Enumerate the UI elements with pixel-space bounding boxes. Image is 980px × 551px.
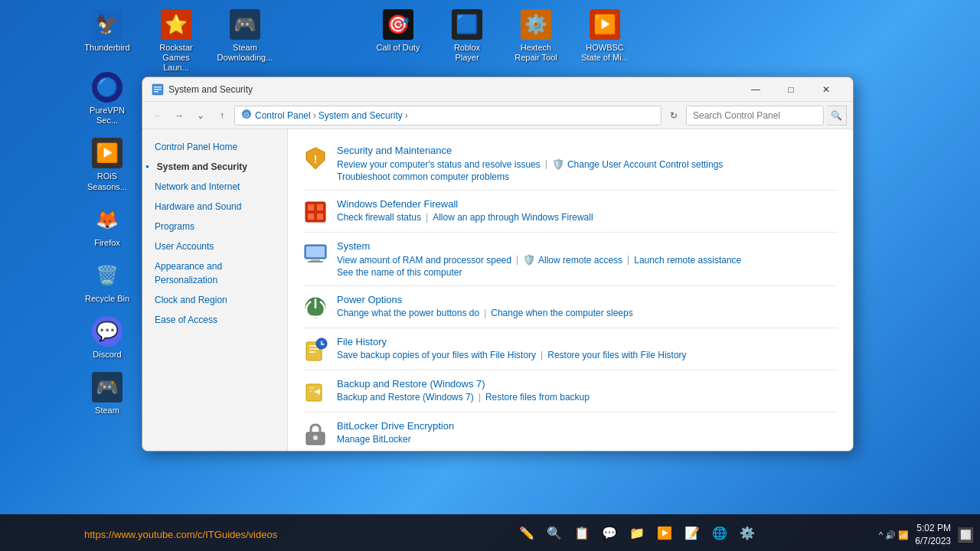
maximize-button[interactable]: □ <box>773 77 808 102</box>
taskbar-icon-search[interactable]: 🔍 <box>542 520 567 545</box>
desktop-icon-discord[interactable]: 💬 Discord <box>80 313 134 363</box>
sidebar-item-appearance[interactable]: Appearance and Personalization <box>142 256 287 290</box>
window-controls: — □ ✕ <box>738 77 844 102</box>
breadcrumb-home-icon: ⊙ <box>241 109 252 122</box>
taskbar-right: ^ 🔊 📶 5:02 PM 6/7/2023 🔲 <box>879 522 974 548</box>
link-power-buttons[interactable]: Change what the power buttons do <box>337 308 479 318</box>
sidebar-item-hardware-sound[interactable]: Hardware and Sound <box>142 197 287 217</box>
bitlocker-title[interactable]: BitLocker Drive Encryption <box>337 420 838 432</box>
taskbar-icon-chat[interactable]: 💬 <box>597 520 622 545</box>
svg-rect-11 <box>317 204 323 210</box>
refresh-button[interactable]: ↻ <box>665 106 683 125</box>
taskbar-url: https://www.youtube.com/c/ITGuides/video… <box>84 529 277 540</box>
taskbar-icon-view[interactable]: 📋 <box>570 520 594 545</box>
section-system: System View amount of RAM and processor … <box>303 233 838 286</box>
link-restore-from-backup[interactable]: Restore files from backup <box>485 392 590 403</box>
notification-icon[interactable]: 🔲 <box>957 527 974 543</box>
dropdown-button[interactable]: ⌄ <box>191 106 210 125</box>
file-history-content: File History Save backup copies of your … <box>337 336 838 360</box>
desktop-icon-roblox[interactable]: 🟦 Roblox Player <box>440 6 494 77</box>
file-history-title[interactable]: File History <box>337 336 838 347</box>
sidebar-item-programs[interactable]: Programs <box>142 217 287 236</box>
link-review-status[interactable]: Review your computer's status and resolv… <box>337 158 541 170</box>
taskbar-icon-folders[interactable]: 📁 <box>625 520 649 545</box>
link-uac-settings[interactable]: 🛡️ Change User Account Control settings <box>552 158 723 170</box>
desktop-icon-rois[interactable]: ▶️ ROiS Seasons... <box>80 135 134 194</box>
link-ram-speed[interactable]: View amount of RAM and processor speed <box>337 254 511 266</box>
taskbar-icon-media[interactable]: ▶️ <box>652 520 677 545</box>
title-bar: System and Security — □ ✕ <box>142 77 853 102</box>
section-bitlocker: BitLocker Drive Encryption Manage BitLoc… <box>303 412 838 451</box>
security-maintenance-title[interactable]: Security and Maintenance <box>337 145 838 156</box>
power-links: Change what the power buttons do | Chang… <box>337 308 838 318</box>
backup-restore-icon <box>303 380 328 404</box>
sidebar: Control Panel Home System and Security N… <box>142 129 288 451</box>
desktop-icon-firefox[interactable]: 🦊 Firefox <box>80 201 134 251</box>
backup-restore-title[interactable]: Backup and Restore (Windows 7) <box>337 378 838 390</box>
desktop-icon-thunderbird[interactable]: 🦅 Thunderbird <box>80 6 134 77</box>
file-history-icon <box>303 337 328 362</box>
sidebar-item-ease-access[interactable]: Ease of Access <box>142 310 287 330</box>
link-computer-name[interactable]: See the name of this computer <box>337 267 462 278</box>
svg-rect-24 <box>309 387 314 389</box>
link-remote-assistance[interactable]: Launch remote assistance <box>634 254 741 266</box>
desktop-icon-recycle[interactable]: 🗑️ Recycle Bin <box>80 257 134 307</box>
desktop-icon-rockstar[interactable]: ⭐ Rockstar Games Laun... <box>149 6 203 77</box>
sidebar-item-network-internet[interactable]: Network and Internet <box>142 177 287 197</box>
system-sub-links: See the name of this computer <box>337 267 838 278</box>
breadcrumb-control-panel[interactable]: Control Panel <box>255 110 311 121</box>
taskbar-icons: ✏️ 🔍 📋 💬 📁 ▶️ 📝 🌐 ⚙️ <box>508 520 766 545</box>
forward-button[interactable]: → <box>170 106 188 125</box>
up-button[interactable]: ↑ <box>213 106 231 125</box>
taskbar-icon-browser[interactable]: 🌐 <box>707 520 732 545</box>
close-button[interactable]: ✕ <box>808 77 844 102</box>
link-manage-bitlocker[interactable]: Manage BitLocker <box>337 434 411 445</box>
desktop-icon-cod[interactable]: 🎯 Call of Duty <box>371 6 425 77</box>
taskbar-icon-pencil[interactable]: ✏️ <box>514 520 539 545</box>
search-box-container <box>686 106 824 126</box>
window-icon <box>152 83 164 96</box>
taskbar-icon-settings[interactable]: ⚙️ <box>735 520 760 545</box>
taskbar-sys-icons: ^ 🔊 📶 <box>879 530 909 540</box>
desktop-icon-steam2[interactable]: 🎮 Steam <box>80 369 134 419</box>
power-title[interactable]: Power Options <box>337 294 838 305</box>
sidebar-item-control-panel-home[interactable]: Control Panel Home <box>142 137 287 157</box>
desktop-left-icons: 🔵 PureVPN Sec... ▶️ ROiS Seasons... 🦊 Fi… <box>80 69 134 419</box>
desktop-icon-steam[interactable]: 🎮 Steam Downloading... <box>218 6 272 77</box>
link-remote-access[interactable]: 🛡️ Allow remote access <box>523 254 622 266</box>
search-button[interactable]: 🔍 <box>827 106 847 126</box>
desktop-icon-purevpn[interactable]: 🔵 PureVPN Sec... <box>80 69 134 129</box>
link-firewall-status[interactable]: Check firewall status <box>337 212 421 223</box>
system-title[interactable]: System <box>337 240 838 252</box>
firewall-content: Windows Defender Firewall Check firewall… <box>337 198 838 223</box>
link-restore-files[interactable]: Restore your files with File History <box>547 350 686 360</box>
breadcrumb-system-security[interactable]: System and Security <box>318 110 403 121</box>
link-save-backup[interactable]: Save backup copies of your files with Fi… <box>337 350 536 360</box>
minimize-button[interactable]: — <box>738 77 773 102</box>
address-bar: ← → ⌄ ↑ ⊙ Control Panel › System and Sec… <box>142 102 853 129</box>
sidebar-item-clock-region[interactable]: Clock and Region <box>142 290 287 310</box>
desktop-icon-howbsc[interactable]: ▶️ HOWBSC State of Mi... <box>578 6 632 77</box>
desktop: 🦅 Thunderbird ⭐ Rockstar Games Laun... 🎮… <box>0 0 980 551</box>
link-backup-restore-win7[interactable]: Backup and Restore (Windows 7) <box>337 392 474 403</box>
search-input[interactable] <box>693 110 817 121</box>
back-button[interactable]: ← <box>149 106 167 125</box>
system-content: System View amount of RAM and processor … <box>337 240 838 278</box>
svg-rect-3 <box>154 91 158 93</box>
taskbar-icon-note[interactable]: 📝 <box>680 520 704 545</box>
address-path[interactable]: ⊙ Control Panel › System and Security › <box>234 106 662 126</box>
firewall-title[interactable]: Windows Defender Firewall <box>337 198 838 210</box>
svg-rect-20 <box>309 348 318 350</box>
window-title: System and Security <box>168 84 738 95</box>
desktop-icon-hextech[interactable]: ⚙️ Hextech Repair Tool <box>509 6 563 77</box>
link-troubleshoot[interactable]: Troubleshoot common computer problems <box>337 171 509 182</box>
link-computer-sleep[interactable]: Change when the computer sleeps <box>491 308 632 318</box>
sidebar-item-user-accounts[interactable]: User Accounts <box>142 236 287 256</box>
section-security-maintenance: ! Security and Maintenance Review your c… <box>303 137 838 191</box>
backup-restore-links: Backup and Restore (Windows 7) | Restore… <box>337 392 838 403</box>
bitlocker-icon <box>303 422 328 446</box>
bitlocker-content: BitLocker Drive Encryption Manage BitLoc… <box>337 420 838 445</box>
link-allow-app[interactable]: Allow an app through Windows Firewall <box>433 212 593 223</box>
security-maintenance-links: Review your computer's status and resolv… <box>337 158 838 170</box>
sidebar-item-system-security[interactable]: System and Security <box>142 157 287 177</box>
